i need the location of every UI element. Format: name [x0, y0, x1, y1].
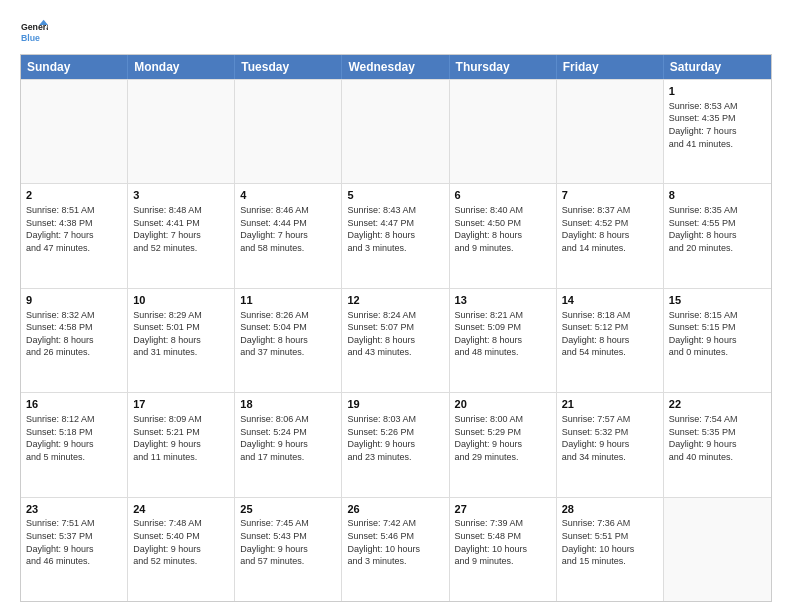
day-info: Sunrise: 8:24 AMSunset: 5:07 PMDaylight:… — [347, 309, 443, 359]
calendar-header-cell: Thursday — [450, 55, 557, 79]
logo: General Blue — [20, 18, 48, 46]
day-number: 11 — [240, 293, 336, 308]
day-info: Sunrise: 8:09 AMSunset: 5:21 PMDaylight:… — [133, 413, 229, 463]
calendar-cell: 1Sunrise: 8:53 AMSunset: 4:35 PMDaylight… — [664, 80, 771, 183]
day-number: 17 — [133, 397, 229, 412]
calendar-row: 2Sunrise: 8:51 AMSunset: 4:38 PMDaylight… — [21, 183, 771, 287]
calendar-cell: 27Sunrise: 7:39 AMSunset: 5:48 PMDayligh… — [450, 498, 557, 601]
day-number: 3 — [133, 188, 229, 203]
calendar-cell: 9Sunrise: 8:32 AMSunset: 4:58 PMDaylight… — [21, 289, 128, 392]
calendar-cell — [342, 80, 449, 183]
calendar-cell: 2Sunrise: 8:51 AMSunset: 4:38 PMDaylight… — [21, 184, 128, 287]
day-number: 26 — [347, 502, 443, 517]
day-number: 7 — [562, 188, 658, 203]
calendar-row: 23Sunrise: 7:51 AMSunset: 5:37 PMDayligh… — [21, 497, 771, 601]
logo-icon: General Blue — [20, 18, 48, 46]
day-number: 25 — [240, 502, 336, 517]
day-number: 24 — [133, 502, 229, 517]
calendar-cell: 15Sunrise: 8:15 AMSunset: 5:15 PMDayligh… — [664, 289, 771, 392]
day-info: Sunrise: 8:43 AMSunset: 4:47 PMDaylight:… — [347, 204, 443, 254]
day-info: Sunrise: 8:00 AMSunset: 5:29 PMDaylight:… — [455, 413, 551, 463]
day-info: Sunrise: 8:29 AMSunset: 5:01 PMDaylight:… — [133, 309, 229, 359]
calendar-cell: 22Sunrise: 7:54 AMSunset: 5:35 PMDayligh… — [664, 393, 771, 496]
day-number: 10 — [133, 293, 229, 308]
day-info: Sunrise: 8:48 AMSunset: 4:41 PMDaylight:… — [133, 204, 229, 254]
calendar: SundayMondayTuesdayWednesdayThursdayFrid… — [20, 54, 772, 602]
day-info: Sunrise: 8:51 AMSunset: 4:38 PMDaylight:… — [26, 204, 122, 254]
day-info: Sunrise: 8:32 AMSunset: 4:58 PMDaylight:… — [26, 309, 122, 359]
calendar-cell: 10Sunrise: 8:29 AMSunset: 5:01 PMDayligh… — [128, 289, 235, 392]
day-number: 16 — [26, 397, 122, 412]
day-number: 18 — [240, 397, 336, 412]
day-info: Sunrise: 7:36 AMSunset: 5:51 PMDaylight:… — [562, 517, 658, 567]
calendar-cell — [557, 80, 664, 183]
day-number: 19 — [347, 397, 443, 412]
calendar-cell: 8Sunrise: 8:35 AMSunset: 4:55 PMDaylight… — [664, 184, 771, 287]
calendar-header: SundayMondayTuesdayWednesdayThursdayFrid… — [21, 55, 771, 79]
day-info: Sunrise: 8:26 AMSunset: 5:04 PMDaylight:… — [240, 309, 336, 359]
day-info: Sunrise: 8:03 AMSunset: 5:26 PMDaylight:… — [347, 413, 443, 463]
day-number: 14 — [562, 293, 658, 308]
day-info: Sunrise: 8:18 AMSunset: 5:12 PMDaylight:… — [562, 309, 658, 359]
calendar-cell — [21, 80, 128, 183]
calendar-row: 16Sunrise: 8:12 AMSunset: 5:18 PMDayligh… — [21, 392, 771, 496]
calendar-cell: 26Sunrise: 7:42 AMSunset: 5:46 PMDayligh… — [342, 498, 449, 601]
day-info: Sunrise: 8:53 AMSunset: 4:35 PMDaylight:… — [669, 100, 766, 150]
calendar-row: 9Sunrise: 8:32 AMSunset: 4:58 PMDaylight… — [21, 288, 771, 392]
svg-text:Blue: Blue — [21, 33, 40, 43]
day-number: 6 — [455, 188, 551, 203]
day-number: 23 — [26, 502, 122, 517]
day-number: 21 — [562, 397, 658, 412]
calendar-cell: 17Sunrise: 8:09 AMSunset: 5:21 PMDayligh… — [128, 393, 235, 496]
calendar-cell: 25Sunrise: 7:45 AMSunset: 5:43 PMDayligh… — [235, 498, 342, 601]
day-number: 15 — [669, 293, 766, 308]
day-info: Sunrise: 8:35 AMSunset: 4:55 PMDaylight:… — [669, 204, 766, 254]
calendar-body: 1Sunrise: 8:53 AMSunset: 4:35 PMDaylight… — [21, 79, 771, 601]
day-number: 1 — [669, 84, 766, 99]
calendar-cell: 4Sunrise: 8:46 AMSunset: 4:44 PMDaylight… — [235, 184, 342, 287]
calendar-cell: 28Sunrise: 7:36 AMSunset: 5:51 PMDayligh… — [557, 498, 664, 601]
day-info: Sunrise: 8:40 AMSunset: 4:50 PMDaylight:… — [455, 204, 551, 254]
calendar-cell — [664, 498, 771, 601]
calendar-cell: 14Sunrise: 8:18 AMSunset: 5:12 PMDayligh… — [557, 289, 664, 392]
calendar-cell: 6Sunrise: 8:40 AMSunset: 4:50 PMDaylight… — [450, 184, 557, 287]
calendar-cell: 18Sunrise: 8:06 AMSunset: 5:24 PMDayligh… — [235, 393, 342, 496]
calendar-cell: 11Sunrise: 8:26 AMSunset: 5:04 PMDayligh… — [235, 289, 342, 392]
day-number: 22 — [669, 397, 766, 412]
calendar-cell: 13Sunrise: 8:21 AMSunset: 5:09 PMDayligh… — [450, 289, 557, 392]
calendar-cell — [235, 80, 342, 183]
day-number: 9 — [26, 293, 122, 308]
day-number: 13 — [455, 293, 551, 308]
calendar-cell — [128, 80, 235, 183]
calendar-header-cell: Sunday — [21, 55, 128, 79]
day-info: Sunrise: 7:57 AMSunset: 5:32 PMDaylight:… — [562, 413, 658, 463]
day-info: Sunrise: 7:51 AMSunset: 5:37 PMDaylight:… — [26, 517, 122, 567]
day-info: Sunrise: 8:06 AMSunset: 5:24 PMDaylight:… — [240, 413, 336, 463]
calendar-cell: 23Sunrise: 7:51 AMSunset: 5:37 PMDayligh… — [21, 498, 128, 601]
calendar-cell: 16Sunrise: 8:12 AMSunset: 5:18 PMDayligh… — [21, 393, 128, 496]
calendar-header-cell: Wednesday — [342, 55, 449, 79]
day-info: Sunrise: 7:42 AMSunset: 5:46 PMDaylight:… — [347, 517, 443, 567]
calendar-cell — [450, 80, 557, 183]
calendar-header-cell: Friday — [557, 55, 664, 79]
day-number: 12 — [347, 293, 443, 308]
day-number: 27 — [455, 502, 551, 517]
calendar-cell: 19Sunrise: 8:03 AMSunset: 5:26 PMDayligh… — [342, 393, 449, 496]
calendar-header-cell: Monday — [128, 55, 235, 79]
day-info: Sunrise: 7:48 AMSunset: 5:40 PMDaylight:… — [133, 517, 229, 567]
day-info: Sunrise: 8:12 AMSunset: 5:18 PMDaylight:… — [26, 413, 122, 463]
day-number: 2 — [26, 188, 122, 203]
header: General Blue — [20, 18, 772, 46]
day-info: Sunrise: 8:37 AMSunset: 4:52 PMDaylight:… — [562, 204, 658, 254]
calendar-cell: 3Sunrise: 8:48 AMSunset: 4:41 PMDaylight… — [128, 184, 235, 287]
day-number: 5 — [347, 188, 443, 203]
day-info: Sunrise: 7:39 AMSunset: 5:48 PMDaylight:… — [455, 517, 551, 567]
day-info: Sunrise: 8:15 AMSunset: 5:15 PMDaylight:… — [669, 309, 766, 359]
day-number: 8 — [669, 188, 766, 203]
day-number: 4 — [240, 188, 336, 203]
calendar-row: 1Sunrise: 8:53 AMSunset: 4:35 PMDaylight… — [21, 79, 771, 183]
calendar-header-cell: Tuesday — [235, 55, 342, 79]
day-info: Sunrise: 8:46 AMSunset: 4:44 PMDaylight:… — [240, 204, 336, 254]
calendar-cell: 12Sunrise: 8:24 AMSunset: 5:07 PMDayligh… — [342, 289, 449, 392]
calendar-cell: 7Sunrise: 8:37 AMSunset: 4:52 PMDaylight… — [557, 184, 664, 287]
